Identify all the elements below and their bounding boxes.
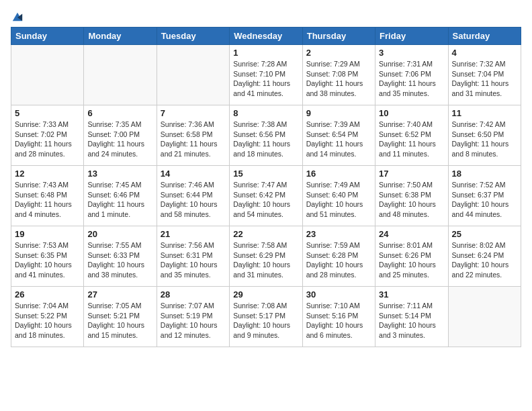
- calendar-cell: 26Sunrise: 7:04 AM Sunset: 5:22 PM Dayli…: [11, 287, 84, 347]
- calendar-cell: 14Sunrise: 7:46 AM Sunset: 6:44 PM Dayli…: [157, 166, 229, 226]
- day-number: 25: [452, 229, 517, 239]
- calendar-cell: [448, 287, 521, 347]
- calendar-cell: 27Sunrise: 7:05 AM Sunset: 5:21 PM Dayli…: [84, 287, 157, 347]
- day-info: Sunrise: 7:28 AM Sunset: 7:10 PM Dayligh…: [233, 59, 298, 99]
- day-info: Sunrise: 7:43 AM Sunset: 6:48 PM Dayligh…: [15, 180, 80, 220]
- day-info: Sunrise: 7:55 AM Sunset: 6:33 PM Dayligh…: [87, 240, 152, 280]
- day-number: 21: [161, 229, 226, 239]
- day-number: 29: [233, 289, 298, 300]
- calendar-cell: 17Sunrise: 7:50 AM Sunset: 6:38 PM Dayli…: [375, 166, 448, 226]
- day-number: 27: [87, 289, 152, 300]
- day-number: 13: [87, 169, 152, 179]
- week-row-3: 12Sunrise: 7:43 AM Sunset: 6:48 PM Dayli…: [11, 166, 521, 226]
- weekday-header-saturday: Saturday: [448, 28, 521, 45]
- logo-icon: [11, 11, 24, 23]
- day-info: Sunrise: 7:29 AM Sunset: 7:08 PM Dayligh…: [306, 59, 371, 99]
- week-row-5: 26Sunrise: 7:04 AM Sunset: 5:22 PM Dayli…: [11, 287, 521, 347]
- week-row-1: 1Sunrise: 7:28 AM Sunset: 7:10 PM Daylig…: [11, 45, 521, 105]
- day-number: 9: [306, 108, 371, 118]
- day-info: Sunrise: 7:07 AM Sunset: 5:19 PM Dayligh…: [161, 301, 226, 340]
- day-number: 5: [15, 108, 80, 118]
- day-number: 7: [161, 108, 226, 118]
- calendar-cell: 7Sunrise: 7:36 AM Sunset: 6:58 PM Daylig…: [157, 105, 229, 166]
- calendar-cell: 28Sunrise: 7:07 AM Sunset: 5:19 PM Dayli…: [157, 287, 229, 347]
- calendar-cell: 2Sunrise: 7:29 AM Sunset: 7:08 PM Daylig…: [302, 45, 375, 105]
- calendar-cell: 9Sunrise: 7:39 AM Sunset: 6:54 PM Daylig…: [302, 105, 375, 166]
- calendar-cell: [157, 45, 229, 105]
- day-info: Sunrise: 8:01 AM Sunset: 6:26 PM Dayligh…: [379, 240, 444, 280]
- page-header: [11, 11, 521, 20]
- day-info: Sunrise: 7:05 AM Sunset: 5:21 PM Dayligh…: [87, 301, 152, 340]
- weekday-header-tuesday: Tuesday: [157, 28, 229, 45]
- logo: [11, 11, 24, 20]
- day-info: Sunrise: 7:49 AM Sunset: 6:40 PM Dayligh…: [306, 180, 371, 220]
- calendar-cell: 3Sunrise: 7:31 AM Sunset: 7:06 PM Daylig…: [375, 45, 448, 105]
- day-number: 26: [15, 289, 80, 300]
- week-row-4: 19Sunrise: 7:53 AM Sunset: 6:35 PM Dayli…: [11, 226, 521, 287]
- calendar-table: SundayMondayTuesdayWednesdayThursdayFrid…: [11, 27, 521, 347]
- day-info: Sunrise: 7:40 AM Sunset: 6:52 PM Dayligh…: [379, 120, 444, 159]
- day-info: Sunrise: 7:08 AM Sunset: 5:17 PM Dayligh…: [233, 301, 298, 340]
- day-number: 8: [233, 108, 298, 118]
- weekday-header-row: SundayMondayTuesdayWednesdayThursdayFrid…: [11, 28, 521, 45]
- calendar-cell: 15Sunrise: 7:47 AM Sunset: 6:42 PM Dayli…: [230, 166, 302, 226]
- day-info: Sunrise: 7:35 AM Sunset: 7:00 PM Dayligh…: [87, 120, 152, 159]
- day-number: 12: [15, 169, 80, 179]
- day-number: 22: [233, 229, 298, 239]
- day-number: 28: [161, 289, 226, 300]
- day-number: 24: [379, 229, 444, 239]
- weekday-header-monday: Monday: [84, 28, 157, 45]
- day-info: Sunrise: 7:39 AM Sunset: 6:54 PM Dayligh…: [306, 120, 371, 159]
- day-info: Sunrise: 8:02 AM Sunset: 6:24 PM Dayligh…: [452, 240, 517, 280]
- day-number: 6: [87, 108, 152, 118]
- day-info: Sunrise: 7:46 AM Sunset: 6:44 PM Dayligh…: [161, 180, 226, 220]
- day-info: Sunrise: 7:32 AM Sunset: 7:04 PM Dayligh…: [452, 59, 517, 99]
- day-info: Sunrise: 7:53 AM Sunset: 6:35 PM Dayligh…: [15, 240, 80, 280]
- day-info: Sunrise: 7:47 AM Sunset: 6:42 PM Dayligh…: [233, 180, 298, 220]
- day-number: 4: [452, 48, 517, 58]
- day-number: 1: [233, 48, 298, 58]
- day-number: 15: [233, 169, 298, 179]
- calendar-cell: [11, 45, 84, 105]
- calendar-cell: 12Sunrise: 7:43 AM Sunset: 6:48 PM Dayli…: [11, 166, 84, 226]
- calendar-cell: 21Sunrise: 7:56 AM Sunset: 6:31 PM Dayli…: [157, 226, 229, 287]
- day-info: Sunrise: 7:31 AM Sunset: 7:06 PM Dayligh…: [379, 59, 444, 99]
- calendar-cell: 29Sunrise: 7:08 AM Sunset: 5:17 PM Dayli…: [230, 287, 302, 347]
- calendar-cell: 20Sunrise: 7:55 AM Sunset: 6:33 PM Dayli…: [84, 226, 157, 287]
- day-info: Sunrise: 7:04 AM Sunset: 5:22 PM Dayligh…: [15, 301, 80, 340]
- day-info: Sunrise: 7:45 AM Sunset: 6:46 PM Dayligh…: [87, 180, 152, 220]
- weekday-header-sunday: Sunday: [11, 28, 84, 45]
- day-number: 17: [379, 169, 444, 179]
- calendar-cell: 25Sunrise: 8:02 AM Sunset: 6:24 PM Dayli…: [448, 226, 521, 287]
- calendar-cell: [84, 45, 157, 105]
- day-info: Sunrise: 7:36 AM Sunset: 6:58 PM Dayligh…: [161, 120, 226, 159]
- day-number: 18: [452, 169, 517, 179]
- calendar-cell: 11Sunrise: 7:42 AM Sunset: 6:50 PM Dayli…: [448, 105, 521, 166]
- day-number: 23: [306, 229, 371, 239]
- day-info: Sunrise: 7:11 AM Sunset: 5:14 PM Dayligh…: [379, 301, 444, 340]
- day-info: Sunrise: 7:52 AM Sunset: 6:37 PM Dayligh…: [452, 180, 517, 220]
- day-info: Sunrise: 7:59 AM Sunset: 6:28 PM Dayligh…: [306, 240, 371, 280]
- day-number: 3: [379, 48, 444, 58]
- day-info: Sunrise: 7:50 AM Sunset: 6:38 PM Dayligh…: [379, 180, 444, 220]
- day-number: 30: [306, 289, 371, 300]
- calendar-cell: 8Sunrise: 7:38 AM Sunset: 6:56 PM Daylig…: [230, 105, 302, 166]
- day-number: 20: [87, 229, 152, 239]
- day-number: 14: [161, 169, 226, 179]
- day-number: 16: [306, 169, 371, 179]
- weekday-header-thursday: Thursday: [302, 28, 375, 45]
- day-number: 10: [379, 108, 444, 118]
- calendar-cell: 31Sunrise: 7:11 AM Sunset: 5:14 PM Dayli…: [375, 287, 448, 347]
- day-info: Sunrise: 7:38 AM Sunset: 6:56 PM Dayligh…: [233, 120, 298, 159]
- day-number: 11: [452, 108, 517, 118]
- calendar-cell: 23Sunrise: 7:59 AM Sunset: 6:28 PM Dayli…: [302, 226, 375, 287]
- day-info: Sunrise: 7:56 AM Sunset: 6:31 PM Dayligh…: [161, 240, 226, 280]
- day-info: Sunrise: 7:42 AM Sunset: 6:50 PM Dayligh…: [452, 120, 517, 159]
- day-number: 31: [379, 289, 444, 300]
- calendar-cell: 6Sunrise: 7:35 AM Sunset: 7:00 PM Daylig…: [84, 105, 157, 166]
- calendar-cell: 13Sunrise: 7:45 AM Sunset: 6:46 PM Dayli…: [84, 166, 157, 226]
- day-number: 2: [306, 48, 371, 58]
- calendar-cell: 16Sunrise: 7:49 AM Sunset: 6:40 PM Dayli…: [302, 166, 375, 226]
- calendar-cell: 30Sunrise: 7:10 AM Sunset: 5:16 PM Dayli…: [302, 287, 375, 347]
- week-row-2: 5Sunrise: 7:33 AM Sunset: 7:02 PM Daylig…: [11, 105, 521, 166]
